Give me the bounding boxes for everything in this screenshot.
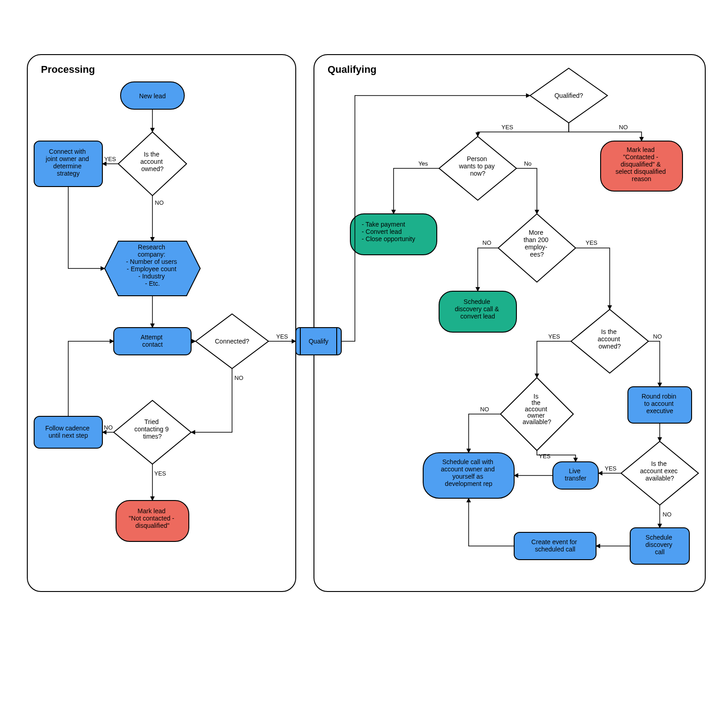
label-owned2-yes: YES — [548, 333, 560, 340]
edge-pay-yes-take — [394, 168, 439, 214]
edge-createevent-scheddev — [469, 498, 514, 546]
node-mark-not-contacted: Mark lead "Not contacted - disqualified" — [116, 500, 189, 541]
svg-text:Follow cadence
      until nex: Follow cadence until next step — [45, 425, 91, 439]
label-owneravail-yes: YES — [539, 453, 551, 460]
edge-pay-no-200 — [516, 168, 537, 214]
node-mark-disq: Mark lead "Contacted - disqualified" & s… — [601, 141, 682, 191]
node-research: Research company: - Number of users - Em… — [105, 241, 200, 296]
label-qualified-no: NO — [619, 124, 628, 131]
node-create-event: Create event for scheduled call — [514, 532, 596, 560]
svg-text:Qualify: Qualify — [308, 338, 329, 345]
label-pay-no: No — [524, 160, 532, 167]
node-exec-avail: Is the account exec available? — [621, 441, 698, 505]
node-qualified: Qualified? — [530, 68, 607, 123]
node-more-200: More than 200 employ- ees? — [498, 214, 576, 282]
label-execavail-no: NO — [662, 511, 672, 518]
edge-qualified-yes-pay — [478, 123, 569, 136]
label-tried-no: NO — [104, 424, 113, 431]
svg-text:Connected?: Connected? — [215, 338, 249, 345]
flowchart-canvas: Processing Qualifying New lead Is the ac… — [0, 0, 728, 728]
node-new-lead: New lead — [121, 82, 184, 109]
label-connected-no: NO — [234, 374, 243, 381]
node-connect-joint: Connect with joint owner and determine s… — [34, 141, 102, 187]
edge-200-yes-owned2 — [576, 248, 610, 309]
node-follow-cadence: Follow cadence until next step — [34, 416, 102, 448]
edge-200-no-schedconv — [478, 248, 498, 291]
svg-text:Qualified?: Qualified? — [554, 92, 583, 99]
svg-text:New lead: New lead — [139, 92, 166, 100]
label-pay-yes: Yes — [418, 160, 428, 167]
node-round-robin: Round robin to account executive — [628, 387, 692, 423]
svg-text:Attempt
      contact: Attempt contact — [141, 334, 164, 348]
label-connected-yes: YES — [276, 333, 288, 340]
node-wants-pay: Person wants to pay now? — [439, 136, 516, 200]
label-qualified-yes: YES — [501, 124, 513, 131]
label-owned2-no: NO — [653, 333, 662, 340]
edge-joint-research — [68, 187, 105, 268]
node-qualify: Qualify — [296, 328, 341, 355]
node-owner-avail: Is the account owner available? — [500, 378, 573, 450]
node-tried-9: Tried contacting 9 times? — [114, 400, 191, 464]
node-take-payment: - Take payment - Convert lead - Close op… — [350, 214, 437, 255]
node-connected: Connected? — [196, 314, 268, 369]
edge-owned2-yes-owneravail — [537, 341, 571, 378]
group-qualifying-title: Qualifying — [328, 64, 377, 75]
edge-connected-no-tried — [191, 369, 232, 432]
group-processing-title: Processing — [41, 64, 95, 75]
node-attempt: Attempt contact — [114, 328, 191, 355]
node-is-owned-1: Is the account owned? — [118, 132, 187, 196]
label-200-no: NO — [482, 239, 491, 246]
svg-text:Is the
      account
      own: Is the account owned? — [598, 328, 622, 350]
node-schedule-disc: Schedule discovery call — [630, 528, 689, 564]
edge-cadence-attempt — [68, 341, 114, 416]
node-live-transfer: Live transfer — [553, 462, 598, 489]
label-owned-yes: YES — [104, 156, 116, 162]
label-tried-yes: YES — [154, 470, 166, 477]
label-owneravail-no: NO — [480, 406, 489, 413]
edge-owned2-no-rr — [648, 341, 660, 387]
node-is-owned-2: Is the account owned? — [571, 309, 648, 373]
edge-owneravail-no-sched — [469, 414, 500, 453]
node-schedule-call-dev: Schedule call with account owner and you… — [423, 453, 514, 498]
edge-qualified-no-disq — [569, 123, 642, 141]
label-owned-no: NO — [155, 199, 164, 206]
svg-text:Create event for
      schedul: Create event for scheduled call — [531, 538, 579, 553]
svg-text:Round robin
      to account
 : Round robin to account executive — [642, 393, 678, 415]
svg-text:Is the
      account
      own: Is the account owned? — [141, 151, 165, 172]
label-200-yes: YES — [586, 239, 597, 246]
node-schedule-disc-convert: Schedule discovery call & convert lead — [439, 291, 516, 332]
label-execavail-yes: YES — [605, 465, 617, 472]
